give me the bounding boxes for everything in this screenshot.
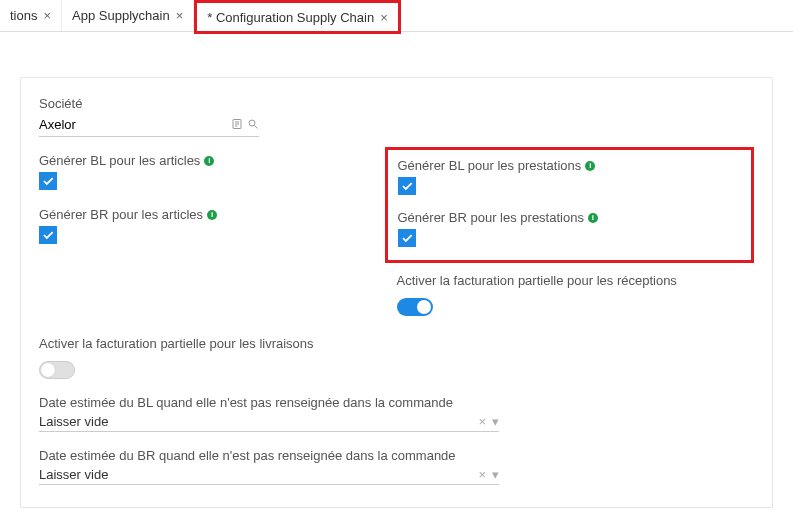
partial-invoice-receptions-label: Activer la facturation partielle pour le…: [397, 273, 755, 288]
gen-br-articles-field: Générer BR pour les articles i: [39, 207, 397, 245]
company-input-icons: [231, 118, 259, 132]
gen-br-articles-label: Générer BR pour les articles i: [39, 207, 397, 222]
partial-invoice-deliveries-label: Activer la facturation partielle pour le…: [39, 336, 754, 351]
est-date-br-value: Laisser vide: [39, 467, 478, 482]
tab-label: tions: [10, 8, 37, 23]
select-icons: × ▾: [478, 414, 499, 429]
toggle-knob: [41, 363, 55, 377]
est-date-bl-field: Date estimée du BL quand elle n'est pas …: [39, 395, 754, 432]
label-text: Générer BL pour les articles: [39, 153, 200, 168]
est-date-br-label: Date estimée du BR quand elle n'est pas …: [39, 448, 754, 463]
clear-icon[interactable]: ×: [478, 467, 486, 482]
company-input-wrap: [39, 115, 259, 137]
gen-br-prestations-label: Générer BR pour les prestations i: [398, 210, 742, 225]
company-label: Société: [39, 96, 754, 111]
gen-br-prestations-checkbox[interactable]: [398, 229, 416, 247]
info-icon[interactable]: i: [204, 156, 214, 166]
partial-invoice-deliveries-field: Activer la facturation partielle pour le…: [39, 336, 754, 379]
gen-bl-articles-label: Générer BL pour les articles i: [39, 153, 397, 168]
company-input[interactable]: [39, 115, 231, 134]
right-col: Générer BL pour les prestations i Génére…: [397, 153, 755, 332]
est-date-bl-label: Date estimée du BL quand elle n'est pas …: [39, 395, 754, 410]
est-date-bl-select[interactable]: Laisser vide × ▾: [39, 414, 499, 432]
chevron-down-icon[interactable]: ▾: [492, 467, 499, 482]
tab-partial[interactable]: tions ×: [0, 0, 62, 31]
details-icon[interactable]: [231, 118, 243, 132]
left-col: Générer BL pour les articles i Générer B…: [39, 153, 397, 332]
gen-bl-articles-field: Générer BL pour les articles i: [39, 153, 397, 191]
svg-point-4: [249, 120, 255, 126]
est-date-bl-value: Laisser vide: [39, 414, 478, 429]
search-icon[interactable]: [247, 118, 259, 132]
chevron-down-icon[interactable]: ▾: [492, 414, 499, 429]
label-text: Générer BL pour les prestations: [398, 158, 582, 173]
clear-icon[interactable]: ×: [478, 414, 486, 429]
checkbox-row: Générer BL pour les articles i Générer B…: [39, 153, 754, 332]
company-field: Société: [39, 96, 754, 137]
partial-invoice-receptions-field: Activer la facturation partielle pour le…: [397, 273, 755, 316]
label-text: Générer BR pour les prestations: [398, 210, 584, 225]
close-icon[interactable]: ×: [176, 9, 184, 22]
tab-label: App Supplychain: [72, 8, 170, 23]
est-date-br-select[interactable]: Laisser vide × ▾: [39, 467, 499, 485]
highlight-prestations: Générer BL pour les prestations i Génére…: [385, 147, 755, 263]
gen-br-prestations-field: Générer BR pour les prestations i: [398, 210, 742, 248]
select-icons: × ▾: [478, 467, 499, 482]
gen-br-articles-checkbox[interactable]: [39, 226, 57, 244]
info-icon[interactable]: i: [207, 210, 217, 220]
gen-bl-articles-checkbox[interactable]: [39, 172, 57, 190]
config-panel: Société Générer BL pour les articles i: [20, 77, 773, 508]
close-icon[interactable]: ×: [380, 11, 388, 24]
gen-bl-prestations-field: Générer BL pour les prestations i: [398, 158, 742, 196]
label-text: Générer BR pour les articles: [39, 207, 203, 222]
gen-bl-prestations-label: Générer BL pour les prestations i: [398, 158, 742, 173]
tab-app-supplychain[interactable]: App Supplychain ×: [62, 0, 194, 31]
toggle-knob: [417, 300, 431, 314]
tab-configuration-supply-chain[interactable]: * Configuration Supply Chain ×: [194, 0, 401, 34]
svg-line-5: [255, 125, 258, 128]
tab-label: * Configuration Supply Chain: [207, 10, 374, 25]
info-icon[interactable]: i: [585, 161, 595, 171]
close-icon[interactable]: ×: [43, 9, 51, 22]
partial-invoice-receptions-toggle[interactable]: [397, 298, 433, 316]
info-icon[interactable]: i: [588, 213, 598, 223]
partial-invoice-deliveries-toggle[interactable]: [39, 361, 75, 379]
tab-bar: tions × App Supplychain × * Configuratio…: [0, 0, 793, 32]
gen-bl-prestations-checkbox[interactable]: [398, 177, 416, 195]
est-date-br-field: Date estimée du BR quand elle n'est pas …: [39, 448, 754, 485]
